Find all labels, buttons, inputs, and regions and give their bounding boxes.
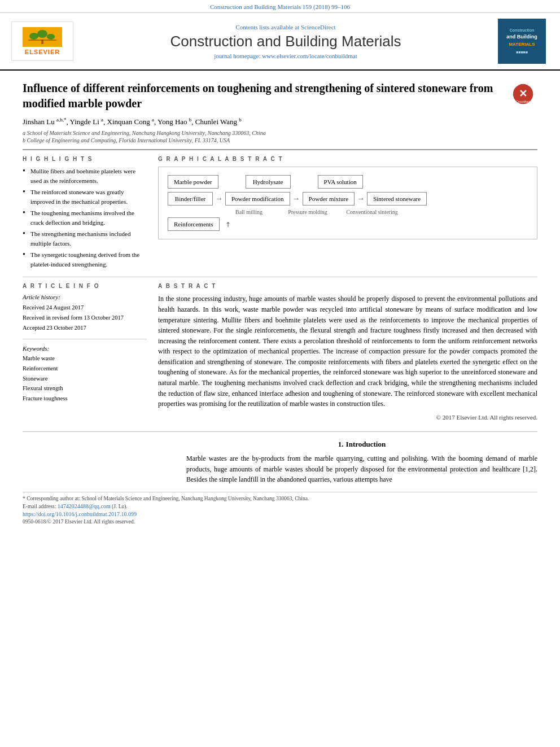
- sciencedirect-link[interactable]: ScienceDirect: [301, 24, 336, 30]
- introduction-title: 1.Introduction: [186, 440, 537, 449]
- abstract-copyright: © 2017 Elsevier Ltd. All rights reserved…: [158, 413, 537, 422]
- abstract-section: In the stone processing industry, huge a…: [158, 294, 537, 422]
- ball-milling-label: Ball milling: [226, 209, 272, 215]
- journal-right-logo-box: Construction and Building MATERIALS ■■■■…: [498, 19, 546, 64]
- graphical-abstract-column: G R A P H I C A L A B S T R A C T Marble…: [158, 156, 537, 271]
- keyword-4: Flexural strength: [23, 383, 147, 394]
- keywords-label: Keywords:: [23, 345, 147, 352]
- highlights-heading: H I G H L I G H T S: [23, 156, 147, 162]
- marble-powder-col: Marble powder: [168, 175, 218, 189]
- svg-text:✕: ✕: [519, 88, 527, 99]
- author-yingde: Yingde Li a: [69, 117, 103, 126]
- crossmark-icon: ✕ CrossMark: [512, 83, 537, 108]
- journal-homepage: journal homepage: www.elsevier.com/locat…: [79, 53, 492, 59]
- arrow-1: →: [215, 194, 223, 203]
- keyword-5: Fracture toughness: [23, 394, 147, 404]
- keyword-3: Stoneware: [23, 374, 147, 384]
- pva-box: PVA solution: [318, 175, 363, 189]
- svg-rect-4: [41, 40, 43, 44]
- elsevier-logo: ELSEVIER: [11, 21, 73, 61]
- corresponding-note: * Corresponding author at: School of Mat…: [23, 496, 537, 501]
- graphical-abstract-heading: G R A P H I C A L A B S T R A C T: [158, 156, 537, 162]
- hydrolysate-col: Hydrolysate: [246, 175, 291, 189]
- email-line: E-mail address: 14742024488@qq.com (J. L…: [23, 503, 537, 509]
- binder-col: Binder/filler: [168, 192, 213, 206]
- keyword-2: Reinforcement: [23, 364, 147, 374]
- revised-date: Received in revised form 13 October 2017: [23, 313, 147, 323]
- introduction-column: 1.Introduction Marble wastes are the by-…: [186, 440, 537, 485]
- elsevier-wordmark: ELSEVIER: [25, 49, 60, 55]
- svg-point-3: [47, 34, 55, 40]
- abstract-heading: A B S T R A C T: [158, 283, 537, 289]
- svg-point-2: [37, 30, 47, 38]
- elsevier-logo-area: ELSEVIER: [11, 21, 73, 61]
- keywords-list: Marble waste Reinforcement Stoneware Fle…: [23, 353, 147, 404]
- journal-citation: Construction and Building Materials 159 …: [0, 0, 560, 13]
- pva-col: PVA solution: [318, 175, 363, 189]
- arrow-4: ↗: [223, 219, 233, 229]
- main-content: Influence of different reinforcements on…: [0, 71, 560, 538]
- accepted-date: Accepted 23 October 2017: [23, 323, 147, 333]
- sintered-box: Sintered stoneware: [367, 192, 427, 206]
- journal-citation-text: Construction and Building Materials 159 …: [210, 3, 350, 10]
- sintered-col: Sintered stoneware: [367, 192, 427, 206]
- svg-text:CrossMark: CrossMark: [516, 100, 531, 103]
- powder-mod-box: Powder modification: [225, 192, 290, 206]
- doi-link[interactable]: https://doi.org/10.1016/j.conbuildmat.20…: [23, 511, 137, 517]
- author-xinquan: Xinquan Cong a: [107, 117, 154, 126]
- affiliation-a: a School of Materials Science and Engine…: [23, 130, 537, 136]
- powder-mix-col: Powder mixture: [303, 192, 355, 206]
- hydrolysate-box: Hydrolysate: [246, 175, 291, 189]
- article-dates: Received 24 August 2017 Received in revi…: [23, 303, 147, 333]
- highlight-item-5: The synergetic toughening derived from t…: [23, 250, 147, 269]
- conventional-sintering-label: Conventional sintering: [344, 209, 400, 215]
- jrl-main-text: and Building: [506, 34, 537, 41]
- highlights-list: Mullite fibers and boehmite platelets we…: [23, 167, 147, 269]
- email-link[interactable]: 14742024488@qq.com: [58, 503, 111, 509]
- article-info-heading: A R T I C L E I N F O: [23, 283, 147, 289]
- highlights-graphical-section: H I G H L I G H T S Mullite fibers and b…: [23, 156, 537, 271]
- author-yong: Yong Hao b: [158, 117, 191, 126]
- powder-mod-col: Powder modification: [225, 192, 290, 206]
- highlight-item-4: The strengthening mechanisms included mu…: [23, 229, 147, 248]
- bottom-section: 1.Introduction Marble wastes are the by-…: [23, 431, 537, 485]
- graphical-abstract-box: Marble powder Hydrolysate PVA solution B…: [158, 167, 537, 239]
- keyword-1: Marble waste: [23, 353, 147, 364]
- article-history-label: Article history:: [23, 294, 147, 300]
- homepage-url[interactable]: www.elsevier.com/locate/conbuildmat: [262, 53, 357, 59]
- article-info-abstract-section: A R T I C L E I N F O Article history: R…: [23, 283, 537, 422]
- received-date: Received 24 August 2017: [23, 303, 147, 313]
- affiliation-b: b College of Engineering and Computing, …: [23, 137, 537, 143]
- arrow-2: →: [292, 194, 300, 203]
- highlight-item-2: The reinforced stoneware was greatly imp…: [23, 187, 147, 206]
- pressure-molding-label: Pressure molding: [285, 209, 330, 215]
- article-info-column: A R T I C L E I N F O Article history: R…: [23, 283, 147, 422]
- bottom-left-col: [23, 440, 169, 485]
- author-jinshan: Jinshan Lu a,b,*: [23, 117, 66, 126]
- powder-mix-box: Powder mixture: [303, 192, 355, 206]
- highlights-column: H I G H L I G H T S Mullite fibers and b…: [23, 156, 147, 271]
- arrow-3: →: [357, 194, 365, 203]
- article-info-section: Article history: Received 24 August 2017…: [23, 294, 147, 404]
- svg-point-1: [29, 33, 38, 40]
- reinforcements-box: Reinforcements: [168, 217, 220, 231]
- contents-line: Contents lists available at ScienceDirec…: [79, 24, 492, 30]
- abstract-text: In the stone processing industry, huge a…: [158, 294, 537, 409]
- jrl-top-text: Construction: [510, 28, 535, 33]
- article-title-section: Influence of different reinforcements on…: [23, 81, 537, 111]
- bottom-two-col: 1.Introduction Marble wastes are the by-…: [23, 440, 537, 485]
- jrl-sub-text: MATERIALS: [509, 42, 535, 47]
- abstract-column: A B S T R A C T In the stone processing …: [158, 283, 537, 422]
- footer-notes: * Corresponding author at: School of Mat…: [23, 492, 537, 525]
- jrl-extra: ■■■■■: [516, 50, 528, 55]
- reinforcements-col: Reinforcements: [168, 217, 220, 231]
- highlight-item-3: The toughening mechanisms involved the c…: [23, 208, 147, 227]
- highlight-item-1: Mullite fibers and boehmite platelets we…: [23, 167, 147, 185]
- journal-logo-right: Construction and Building MATERIALS ■■■■…: [498, 19, 549, 64]
- journal-header-center: Contents lists available at ScienceDirec…: [79, 24, 492, 59]
- issn-line: 0950-0618/© 2017 Elsevier Ltd. All right…: [23, 519, 537, 525]
- authors-line: Jinshan Lu a,b,*, Yingde Li a, Xinquan C…: [23, 117, 537, 126]
- author-chunlei: Chunlei Wang b: [195, 117, 242, 126]
- article-title: Influence of different reinforcements on…: [23, 81, 506, 111]
- elsevier-tree-image: [23, 27, 62, 47]
